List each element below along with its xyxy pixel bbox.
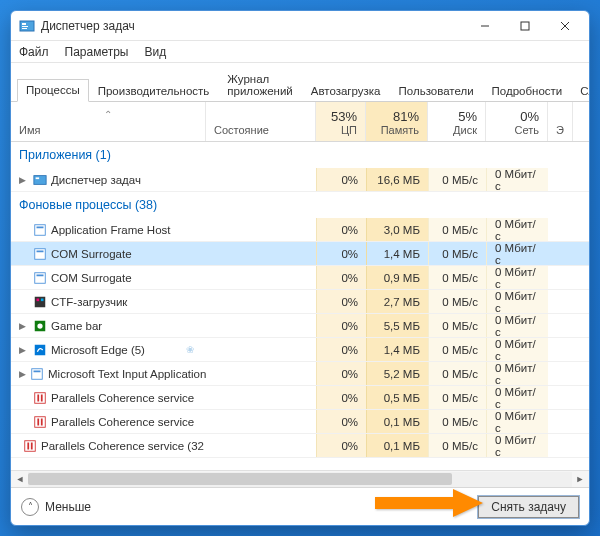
disk-value: 0 МБ/с <box>428 242 486 265</box>
network-value: 0 Мбит/с <box>486 338 548 361</box>
process-name: Parallels Coherence service (32 … <box>41 440 206 452</box>
table-body: Приложения (1)▶Диспетчер задач0%16,6 МБ0… <box>11 142 589 470</box>
task-manager-window: Диспетчер задач Файл Параметры Вид Проце… <box>10 10 590 526</box>
svg-rect-8 <box>34 175 46 184</box>
scroll-right-icon[interactable]: ► <box>572 472 588 487</box>
svg-rect-17 <box>37 298 40 301</box>
cpu-value: 0% <box>316 314 366 337</box>
table-row[interactable]: CTF-загрузчик0%2,7 МБ0 МБ/с0 Мбит/с <box>11 290 589 314</box>
svg-rect-10 <box>35 224 46 235</box>
process-icon <box>33 247 47 261</box>
process-icon <box>33 343 47 357</box>
menu-file[interactable]: Файл <box>17 43 51 61</box>
menu-view[interactable]: Вид <box>142 43 168 61</box>
table-row[interactable]: ▶Диспетчер задач0%16,6 МБ0 МБ/с0 Мбит/с <box>11 168 589 192</box>
maximize-button[interactable] <box>505 12 545 40</box>
process-status <box>206 386 316 409</box>
group-apps[interactable]: Приложения (1) <box>11 142 589 168</box>
col-memory[interactable]: 81% Память <box>366 102 428 141</box>
tab-performance[interactable]: Производительность <box>89 80 219 102</box>
cpu-value: 0% <box>316 386 366 409</box>
table-row[interactable]: COM Surrogate0%0,9 МБ0 МБ/с0 Мбит/с <box>11 266 589 290</box>
col-extra[interactable]: Э <box>548 102 573 141</box>
disk-value: 0 МБ/с <box>428 410 486 433</box>
minimize-button[interactable] <box>465 12 505 40</box>
process-name: COM Surrogate <box>51 248 132 260</box>
cpu-value: 0% <box>316 434 366 457</box>
tab-details[interactable]: Подробности <box>483 80 572 102</box>
disk-value: 0 МБ/с <box>428 434 486 457</box>
network-value: 0 Мбит/с <box>486 434 548 457</box>
table-row[interactable]: Parallels Coherence service (32 …0%0,1 М… <box>11 434 589 458</box>
col-network[interactable]: 0% Сеть <box>486 102 548 141</box>
network-value: 0 Мбит/с <box>486 386 548 409</box>
cpu-value: 0% <box>316 266 366 289</box>
table-row[interactable]: ▶Microsoft Edge (5)❀0%1,4 МБ0 МБ/с0 Мбит… <box>11 338 589 362</box>
svg-rect-27 <box>35 416 46 427</box>
svg-rect-18 <box>41 298 44 301</box>
memory-value: 0,5 МБ <box>366 386 428 409</box>
network-value: 0 Мбит/с <box>486 290 548 313</box>
task-manager-icon <box>19 18 35 34</box>
col-cpu[interactable]: 53% ЦП <box>316 102 366 141</box>
table-row[interactable]: Application Frame Host0%3,0 МБ0 МБ/с0 Мб… <box>11 218 589 242</box>
tab-users[interactable]: Пользователи <box>390 80 483 102</box>
cpu-value: 0% <box>316 242 366 265</box>
svg-rect-9 <box>36 177 40 179</box>
tab-startup[interactable]: Автозагрузка <box>302 80 390 102</box>
svg-rect-26 <box>41 394 43 401</box>
scroll-track[interactable] <box>28 472 572 487</box>
tab-app-history[interactable]: Журнал приложений <box>218 68 301 102</box>
menu-options[interactable]: Параметры <box>63 43 131 61</box>
network-value: 0 Мбит/с <box>486 410 548 433</box>
disk-value: 0 МБ/с <box>428 362 486 385</box>
memory-value: 16,6 МБ <box>366 168 428 191</box>
process-name: Microsoft Text Input Application <box>48 368 206 380</box>
fewer-details-button[interactable]: ˄ Меньше <box>21 498 91 516</box>
leaf-icon: ❀ <box>186 344 194 355</box>
disk-value: 0 МБ/с <box>428 218 486 241</box>
horizontal-scrollbar[interactable]: ◄ ► <box>11 470 589 487</box>
svg-rect-16 <box>35 296 46 307</box>
network-value: 0 Мбит/с <box>486 218 548 241</box>
process-status <box>206 362 316 385</box>
col-status[interactable]: Состояние <box>206 102 316 141</box>
tab-processes[interactable]: Процессы <box>17 79 89 102</box>
memory-value: 1,4 МБ <box>366 338 428 361</box>
col-disk[interactable]: 5% Диск <box>428 102 486 141</box>
table-row[interactable]: COM Surrogate0%1,4 МБ0 МБ/с0 Мбит/с <box>11 242 589 266</box>
table-header: ⌃ Имя Состояние 53% ЦП 81% Память 5% Дис… <box>11 102 589 142</box>
table-row[interactable]: ▶Game bar0%5,5 МБ0 МБ/с0 Мбит/с <box>11 314 589 338</box>
svg-rect-29 <box>41 418 43 425</box>
close-button[interactable] <box>545 12 585 40</box>
table-row[interactable]: ▶Microsoft Text Input Application0%5,2 М… <box>11 362 589 386</box>
col-name[interactable]: ⌃ Имя <box>11 102 206 141</box>
process-icon <box>30 367 44 381</box>
chevron-right-icon[interactable]: ▶ <box>19 175 29 185</box>
titlebar[interactable]: Диспетчер задач <box>11 11 589 41</box>
tab-services[interactable]: Службы <box>571 80 590 102</box>
scroll-thumb[interactable] <box>28 473 452 485</box>
table-row[interactable]: Parallels Coherence service0%0,1 МБ0 МБ/… <box>11 410 589 434</box>
process-icon <box>33 391 47 405</box>
cpu-value: 0% <box>316 410 366 433</box>
chevron-right-icon[interactable]: ▶ <box>19 369 26 379</box>
scroll-left-icon[interactable]: ◄ <box>12 472 28 487</box>
table-row[interactable]: Parallels Coherence service0%0,5 МБ0 МБ/… <box>11 386 589 410</box>
fewer-details-label: Меньше <box>45 500 91 514</box>
process-icon <box>23 439 37 453</box>
memory-value: 0,1 МБ <box>366 434 428 457</box>
svg-rect-13 <box>37 250 44 252</box>
chevron-right-icon[interactable]: ▶ <box>19 321 29 331</box>
process-name: Game bar <box>51 320 102 332</box>
group-background[interactable]: Фоновые процессы (38) <box>11 192 589 218</box>
end-task-button[interactable]: Снять задачу <box>478 496 579 518</box>
disk-value: 0 МБ/с <box>428 314 486 337</box>
svg-rect-21 <box>35 344 46 355</box>
process-icon <box>33 271 47 285</box>
svg-rect-28 <box>37 418 39 425</box>
disk-value: 0 МБ/с <box>428 386 486 409</box>
svg-rect-15 <box>37 274 44 276</box>
chevron-right-icon[interactable]: ▶ <box>19 345 29 355</box>
memory-value: 2,7 МБ <box>366 290 428 313</box>
